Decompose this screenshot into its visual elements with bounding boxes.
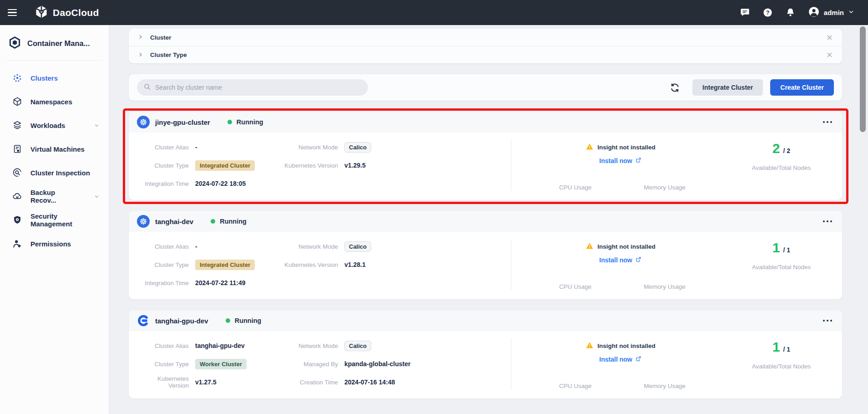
sidebar-item-cluster-inspection[interactable]: Cluster Inspection [0, 161, 109, 184]
more-actions-icon[interactable] [821, 217, 834, 226]
install-now-link[interactable]: Install now [599, 256, 641, 264]
field-label: Kubernetes Version [274, 162, 338, 169]
field-value: 2024-07-22 18:05 [195, 180, 246, 187]
sidebar-item-label: Security Management [30, 212, 100, 228]
field-label: Cluster Type [138, 162, 189, 169]
close-icon[interactable] [826, 34, 833, 41]
sidebar-item-label: Namespaces [30, 98, 72, 106]
help-icon[interactable]: ? [762, 7, 773, 18]
sidebar-item-namespaces[interactable]: Namespaces [0, 90, 109, 113]
sidebar-item-virtual-machines[interactable]: Virtual Machines [0, 137, 109, 161]
install-now-link[interactable]: Install now [599, 157, 641, 165]
container-management-icon [8, 36, 21, 51]
create-cluster-button[interactable]: Create Cluster [770, 79, 834, 96]
chevron-right-icon [138, 51, 143, 59]
memory-usage-label: Memory Usage [644, 184, 686, 191]
network-mode-badge: Calico [344, 241, 371, 252]
chevron-down-icon [94, 123, 100, 128]
field-label: Managed By [274, 361, 338, 368]
field-value: v1.27.5 [195, 378, 217, 386]
security-management-icon [12, 215, 22, 225]
field-value: v1.29.5 [344, 162, 366, 169]
memory-usage-label: Memory Usage [644, 383, 686, 389]
install-now-label: Install now [599, 157, 632, 164]
brand-logo[interactable]: DaoCloud [35, 5, 99, 20]
sidebar-item-label: Clusters [30, 74, 58, 82]
messages-icon[interactable] [740, 7, 751, 18]
field-value: 2024-07-22 11:49 [195, 279, 246, 286]
more-actions-icon[interactable] [821, 118, 834, 127]
vertical-scrollbar[interactable] [860, 26, 866, 132]
filter-cluster-type[interactable]: Cluster Type [129, 46, 842, 63]
search-input[interactable] [155, 84, 362, 91]
backup-recovery-icon [12, 191, 22, 202]
cpu-usage-label: CPU Usage [559, 283, 591, 290]
refresh-icon[interactable] [669, 82, 681, 93]
available-nodes: 1 [772, 240, 780, 256]
sidebar-item-backup-recovery[interactable]: Backup Recov... [0, 184, 109, 208]
status-text: Running [220, 218, 247, 225]
main-content: Clusters Cluster Cluster Type [109, 0, 868, 399]
memory-usage-label: Memory Usage [644, 283, 686, 290]
total-nodes: / 2 [783, 147, 791, 154]
brand-name: DaoCloud [53, 7, 99, 18]
chevron-down-icon [848, 9, 854, 17]
sidebar-item-label: Permissions [30, 240, 71, 248]
warning-icon [585, 143, 594, 152]
cluster-card-tanghai-dev: ☸ tanghai-dev Running Cluster Alias- Clu… [129, 211, 842, 299]
topbar: DaoCloud ? admin [0, 0, 868, 25]
total-nodes: / 1 [783, 346, 791, 353]
sidebar-item-permissions[interactable]: Permissions [0, 232, 109, 256]
user-menu[interactable]: admin [808, 6, 854, 20]
install-now-link[interactable]: Install now [599, 355, 641, 363]
field-value: tanghai-gpu-dev [195, 342, 245, 349]
virtual-machines-icon [12, 144, 22, 154]
cluster-name[interactable]: jinye-gpu-cluster [155, 118, 210, 126]
notifications-bell-icon[interactable] [785, 7, 796, 18]
warning-icon [585, 341, 594, 351]
product-header[interactable]: Container Mana... [0, 25, 109, 60]
insight-status: Insight not installed [597, 144, 656, 151]
status-text: Running [237, 118, 263, 126]
status-text: Running [235, 317, 262, 324]
cluster-inspection-icon [12, 168, 22, 178]
integrate-cluster-button[interactable]: Integrate Cluster [692, 79, 763, 96]
hamburger-menu-icon[interactable] [0, 0, 25, 25]
more-actions-icon[interactable] [821, 316, 834, 325]
cluster-name[interactable]: tanghai-dev [155, 218, 193, 225]
card-header: ☸ jinye-gpu-cluster Running [129, 112, 842, 133]
field-label: Kubernetes Version [274, 261, 338, 268]
available-nodes: 1 [772, 339, 780, 355]
field-label: Cluster Alias [138, 342, 189, 349]
nodes-caption: Available/Total Nodes [752, 363, 811, 370]
field-value: - [195, 243, 197, 250]
chevron-down-icon [94, 194, 100, 199]
close-icon[interactable] [826, 51, 833, 58]
total-nodes: / 1 [783, 246, 791, 254]
external-link-icon [635, 256, 642, 264]
filters-panel: Cluster Cluster Type [129, 29, 842, 63]
insight-status: Insight not installed [597, 243, 656, 250]
field-label: Network Mode [274, 144, 338, 151]
clusters-icon [12, 73, 22, 83]
sidebar-item-security-management[interactable]: Security Management [0, 208, 109, 232]
kubernetes-icon: ☸ [137, 215, 150, 228]
field-label: Kubernetes Version [138, 375, 189, 389]
available-nodes: 2 [772, 141, 780, 156]
search-box[interactable] [137, 79, 368, 96]
workloads-icon [12, 120, 22, 131]
install-now-label: Install now [599, 256, 632, 264]
sidebar-item-clusters[interactable]: Clusters [0, 66, 109, 90]
filter-cluster[interactable]: Cluster [129, 29, 842, 46]
cluster-name[interactable]: tanghai-gpu-dev [155, 317, 208, 325]
cluster-type-badge: Worker Cluster [195, 359, 247, 369]
daocloud-logo-icon [35, 5, 48, 20]
sidebar-item-label: Workloads [30, 122, 65, 129]
sidebar: Container Mana... Clusters Namespaces Wo… [0, 25, 109, 414]
field-label: Cluster Alias [138, 243, 189, 250]
toolbar: Integrate Cluster Create Cluster [129, 74, 842, 101]
sidebar-item-workloads[interactable]: Workloads [0, 113, 109, 137]
nodes-caption: Available/Total Nodes [752, 164, 811, 171]
field-label: Integration Time [138, 180, 189, 187]
avatar [808, 6, 820, 20]
